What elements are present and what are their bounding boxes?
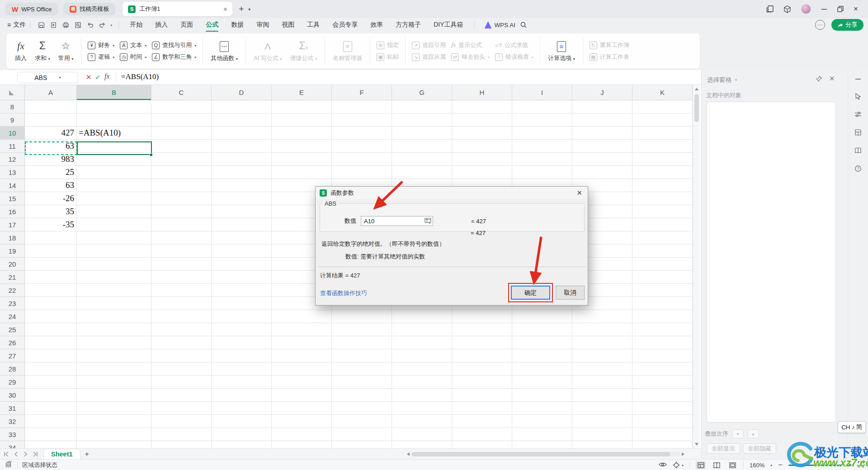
cell-K22[interactable]: [632, 284, 693, 297]
ribbon-button-粘贴[interactable]: ▣粘贴: [377, 53, 399, 61]
cell-B27[interactable]: [77, 349, 151, 362]
cell-H29[interactable]: [452, 376, 512, 389]
cell-G33[interactable]: [392, 428, 452, 441]
cell-D29[interactable]: [212, 376, 272, 389]
cell-I11[interactable]: [512, 140, 572, 153]
cell-C9[interactable]: [151, 113, 212, 127]
cell-D27[interactable]: [212, 349, 272, 362]
menu-tab-方方格子[interactable]: 方方格子: [389, 19, 427, 30]
cell-I12[interactable]: [512, 153, 572, 166]
cell-H24[interactable]: [452, 310, 512, 323]
cell-B22[interactable]: [77, 284, 151, 297]
column-header-E[interactable]: E: [272, 85, 332, 100]
cell-F30[interactable]: [332, 389, 392, 402]
cell-K24[interactable]: [632, 310, 693, 323]
cell-J11[interactable]: [572, 140, 632, 153]
cell-F29[interactable]: [332, 376, 392, 389]
show-all-button[interactable]: 全部显示: [707, 443, 740, 454]
row-header-27[interactable]: 27: [0, 349, 25, 362]
cell-K14[interactable]: [632, 179, 693, 192]
ribbon-button-错误检查[interactable]: !错误检查▾: [495, 53, 533, 61]
ribbon-button-逻辑[interactable]: ?逻辑▾: [88, 53, 114, 61]
cell-E26[interactable]: [272, 336, 332, 349]
row-header-8[interactable]: 8: [0, 100, 25, 113]
cell-E33[interactable]: [272, 428, 332, 441]
cell-A19[interactable]: [25, 244, 77, 258]
cell-F28[interactable]: [332, 362, 392, 376]
cell-E30[interactable]: [272, 389, 332, 402]
menu-tab-数据[interactable]: 数据: [225, 19, 250, 30]
cell-K11[interactable]: [632, 140, 693, 153]
ribbon-button-追踪从属[interactable]: ↘追踪从属: [412, 53, 446, 61]
row-header-13[interactable]: 13: [0, 166, 25, 179]
ribbon-button-时间[interactable]: ◷时间▾: [120, 53, 146, 61]
cell-A16[interactable]: 35: [25, 205, 77, 218]
cell-I32[interactable]: [512, 415, 572, 428]
cell-B15[interactable]: [77, 192, 151, 205]
cell-F8[interactable]: [332, 100, 392, 113]
new-tab-button[interactable]: +: [239, 4, 244, 14]
ribbon-button-AI 写公式[interactable]: ΛAI 写公式 ▾: [250, 35, 286, 67]
cell-I8[interactable]: [512, 100, 572, 113]
row-header-22[interactable]: 22: [0, 284, 25, 297]
select-all-corner[interactable]: [0, 85, 25, 100]
minimize-window-icon[interactable]: [821, 6, 827, 12]
ok-button[interactable]: 确定: [511, 286, 550, 300]
cell-K29[interactable]: [632, 376, 693, 389]
cell-A29[interactable]: [25, 376, 77, 389]
cell-H12[interactable]: [452, 153, 512, 166]
dialog-close-icon[interactable]: ✕: [576, 189, 582, 197]
cell-H11[interactable]: [452, 140, 512, 153]
cell-A18[interactable]: [25, 231, 77, 244]
cell-F13[interactable]: [332, 166, 392, 179]
cell-E34[interactable]: [272, 441, 332, 448]
cell-C17[interactable]: [151, 218, 212, 231]
print-preview-icon[interactable]: [75, 22, 81, 28]
cell-K31[interactable]: [632, 402, 693, 415]
menu-tab-公式[interactable]: 公式: [199, 19, 225, 30]
selection-pane-chevron-icon[interactable]: ▾: [735, 78, 737, 81]
cell-G24[interactable]: [392, 310, 452, 323]
cell-I25[interactable]: [512, 323, 572, 336]
cell-B23[interactable]: [77, 297, 151, 310]
objects-list[interactable]: [707, 102, 836, 423]
menu-tab-DIY工具箱[interactable]: DIY工具箱: [427, 19, 469, 30]
cell-B10[interactable]: =ABS(A10): [77, 127, 151, 140]
first-sheet-icon[interactable]: [4, 452, 10, 456]
column-header-I[interactable]: I: [512, 85, 572, 100]
cell-F9[interactable]: [332, 113, 392, 127]
cell-A31[interactable]: [25, 402, 77, 415]
cell-G26[interactable]: [392, 336, 452, 349]
cell-A25[interactable]: [25, 323, 77, 336]
menu-tab-插入[interactable]: 插入: [149, 19, 174, 30]
cell-A27[interactable]: [25, 349, 77, 362]
cell-G27[interactable]: [392, 349, 452, 362]
menu-tab-效率[interactable]: 效率: [364, 19, 389, 30]
cell-G32[interactable]: [392, 415, 452, 428]
row-header-30[interactable]: 30: [0, 389, 25, 402]
cell-C19[interactable]: [151, 244, 212, 258]
cell-D25[interactable]: [212, 323, 272, 336]
ribbon-button-公式求值[interactable]: =?公式求值: [495, 41, 533, 49]
ribbon-button-数学和三角[interactable]: ∠数学和三角▾: [152, 53, 196, 61]
cell-D15[interactable]: [212, 192, 272, 205]
cell-K16[interactable]: [632, 205, 693, 218]
cell-H10[interactable]: [452, 127, 512, 140]
quickbar-chevron-icon[interactable]: ▾: [110, 23, 112, 26]
cell-H25[interactable]: [452, 323, 512, 336]
cell-K12[interactable]: [632, 153, 693, 166]
row-header-10[interactable]: 10: [0, 127, 25, 140]
tab-workbook1[interactable]: S 工作簿1: [123, 2, 232, 16]
cell-J12[interactable]: [572, 153, 632, 166]
cell-B32[interactable]: [77, 415, 151, 428]
search-icon[interactable]: [520, 21, 527, 28]
close-pane-icon[interactable]: ✕: [829, 75, 835, 83]
ribbon-button-其他函数[interactable]: ⋯其他函数 ▾: [207, 35, 242, 67]
horizontal-scrollbar[interactable]: [407, 451, 687, 457]
cell-E32[interactable]: [272, 415, 332, 428]
cell-E31[interactable]: [272, 402, 332, 415]
cell-H30[interactable]: [452, 389, 512, 402]
cell-D11[interactable]: [212, 140, 272, 153]
cell-J29[interactable]: [572, 376, 632, 389]
cell-C14[interactable]: [151, 179, 212, 192]
